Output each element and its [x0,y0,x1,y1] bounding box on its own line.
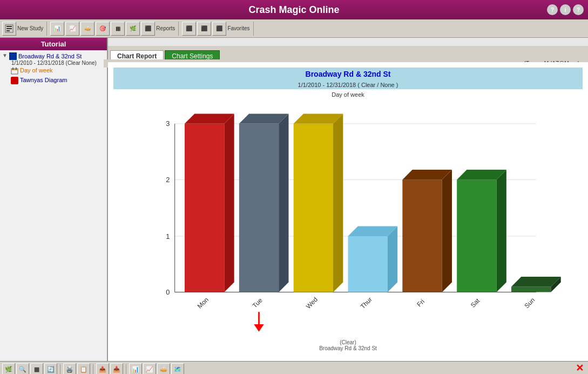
app-title: Crash Magic Online [248,4,339,16]
day-of-week-icon [11,67,18,75]
favorites-label: Favorites [227,25,249,31]
tawnyas-label: Tawnyas Diagram [20,77,67,83]
toolbar: New Study 📊 📈 🥧 🎯 ▦ 🌿 ⬛ Reports ⬛ ⬛ ⬛ Fa… [0,19,588,38]
bar-thur-side [388,226,397,292]
filter-btn[interactable]: 🔍 [16,363,29,375]
svg-text:Thur: Thur [359,296,374,310]
sidebar-item-tawnyas-diagram[interactable]: Tawnyas Diagram [11,77,105,84]
chart-bottom-labels: (Clear) Broadway Rd & 32nd St [113,339,583,351]
reports-btn-1[interactable]: 📊 [50,22,64,36]
bottom-toolbar: 🌿 🔍 ▦ 🔄 🖨️ 📋 📤 📥 📊 📈 🥧 🗺️ ✕ [0,361,588,374]
new-study-label: New Study [17,25,43,31]
chart-svg: 0 1 2 3 Mon Tue [113,99,583,337]
bar-tue [239,124,279,292]
bar-fri-side [442,170,452,292]
separator-2 [93,364,93,375]
svg-rect-1 [6,26,12,27]
export-btn[interactable]: 📤 [96,363,109,375]
chart-title: Broadway Rd & 32nd St [113,68,583,81]
reports-btn-3[interactable]: 🥧 [80,22,94,36]
separator-3 [126,364,126,375]
reports-btn-6[interactable]: 🌿 [126,22,140,36]
question-icon[interactable]: ? [573,4,584,15]
main-layout: Tutorial ▼ Broadway Rd & 32nd St 1/1/201… [0,38,588,361]
sidebar-children: Day of week Tawnyas Diagram [11,67,105,84]
intersection-date-range: 1/1/2010 - 12/31/2018 (Clear None) [11,60,97,66]
map-btn[interactable]: 🗺️ [171,363,184,375]
bar-mon [185,124,224,292]
import-btn[interactable]: 📥 [110,363,123,375]
close-button[interactable]: ✕ [576,362,584,374]
tawnyas-icon [11,77,18,84]
svg-text:Sat: Sat [469,297,482,309]
svg-text:Wed: Wed [305,296,319,310]
svg-text:Mon: Mon [196,296,210,310]
chart-subtitle: 1/1/2010 - 12/31/2018 ( Clear / None ) [113,81,583,89]
sidebar-item-day-of-week[interactable]: Day of week [11,67,105,75]
svg-text:1: 1 [166,232,170,241]
svg-rect-5 [11,69,18,70]
svg-text:2: 2 [166,176,170,184]
reports-btn-5[interactable]: ▦ [111,22,125,36]
title-bar: Crash Magic Online ? i ? [0,0,588,19]
content-area: pdTawnyaM (AZ@Mesa) Chart Report Chart S… [108,38,588,361]
bar-wed-side [333,114,343,292]
svg-rect-2 [6,28,12,29]
toolbar-group-new-study: New Study [2,22,47,36]
favorites-btn-3[interactable]: ⬛ [212,22,226,36]
bottom-label-clear: (Clear) [340,339,356,345]
bar-thur [348,236,388,292]
bar-fri [402,179,442,292]
print-btn[interactable]: 🖨️ [63,363,76,375]
separator-1 [60,364,60,375]
bar-mon-side [224,114,234,292]
day-of-week-label: Day of week [20,67,53,74]
sidebar: Tutorial ▼ Broadway Rd & 32nd St 1/1/201… [0,38,108,361]
line-chart-btn[interactable]: 📈 [143,363,156,375]
bar-sat [457,179,496,292]
new-study-button[interactable] [2,22,16,36]
svg-rect-3 [6,30,10,31]
arrow-head [254,324,263,332]
help-icon[interactable]: ? [547,4,558,15]
intersection-icon [9,52,17,60]
svg-rect-6 [12,68,13,70]
reports-label: Reports [156,25,175,31]
svg-text:Sun: Sun [523,296,536,310]
reports-btn-7[interactable]: ⬛ [141,22,155,36]
copy-btn[interactable]: 📋 [77,363,90,375]
sidebar-content: ▼ Broadway Rd & 32nd St 1/1/2010 - 12/31… [0,50,107,361]
toolbar-group-reports: 📊 📈 🥧 🎯 ▦ 🌿 ⬛ Reports [50,22,179,36]
reports-btn-2[interactable]: 📈 [65,22,79,36]
bar-tue-side [279,114,288,292]
green-btn[interactable]: 🌿 [2,363,15,375]
svg-text:3: 3 [166,119,170,128]
refresh-btn[interactable]: 🔄 [44,363,57,375]
reports-btn-4[interactable]: 🎯 [96,22,110,36]
bar-wed [294,124,333,292]
chart-x-axis-label: Day of week [113,91,583,98]
bar-sat-side [497,170,506,292]
favorites-btn-1[interactable]: ⬛ [182,22,196,36]
bar-chart-btn[interactable]: 📊 [129,363,142,375]
bar-sun [511,286,551,292]
svg-text:Tue: Tue [251,296,264,309]
sidebar-title: Tutorial [0,38,107,50]
bottom-label-intersection: Broadway Rd & 32nd St [319,345,377,351]
toolbar-group-favorites: ⬛ ⬛ ⬛ Favorites [182,22,253,36]
info-icon[interactable]: i [560,4,571,15]
expand-icon: ▼ [2,52,8,58]
chart-area: Broadway Rd & 32nd St 1/1/2010 - 12/31/2… [108,62,588,361]
svg-text:0: 0 [166,288,170,296]
svg-text:Fri: Fri [415,298,426,309]
intersection-name: Broadway Rd & 32nd St [18,53,82,59]
svg-rect-7 [16,68,17,70]
pie-chart-btn[interactable]: 🥧 [157,363,170,375]
favorites-btn-2[interactable]: ⬛ [197,22,211,36]
chart-grid-btn[interactable]: ▦ [30,363,43,375]
sidebar-item-intersection[interactable]: ▼ Broadway Rd & 32nd St 1/1/2010 - 12/31… [2,52,105,66]
